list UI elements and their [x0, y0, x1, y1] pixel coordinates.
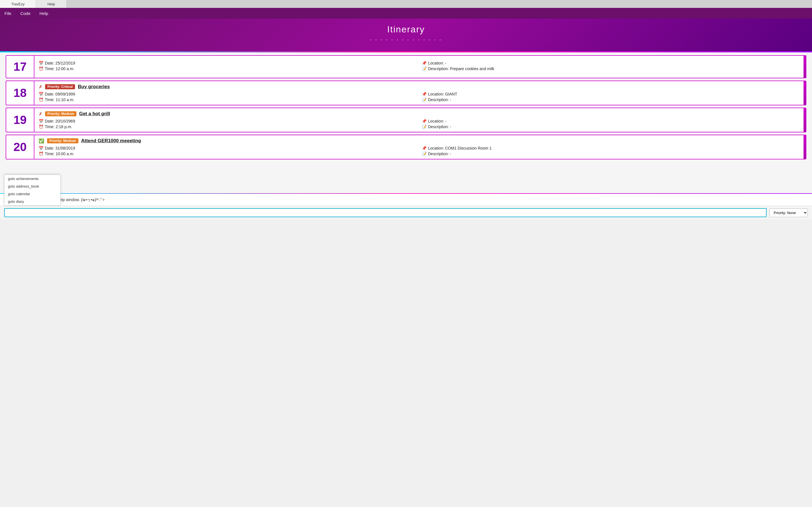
clock-icon-19: ⏰ [39, 124, 43, 129]
itinerary-item-20[interactable]: 20 ✅ Priority: Medium Attend GER1000 mee… [6, 135, 806, 159]
autocomplete-dropdown: goto achievements goto address_book goto… [4, 175, 61, 206]
item-location-19: 📌 Location: - [422, 119, 799, 123]
item-number-18: 18 [6, 81, 35, 105]
pin-icon-19: 📌 [422, 119, 426, 123]
item-content-19: ✗ Priority: Medium Get a hot grill 📅 Dat… [35, 108, 804, 132]
menu-help[interactable]: Help [38, 10, 50, 17]
item-title-20: Attend GER1000 meeeting [81, 138, 141, 144]
item-title-18: Buy groceries [78, 84, 110, 90]
priority-badge-20: Priority: Medium [47, 138, 79, 144]
memo-icon-20: 📝 [422, 152, 426, 156]
clock-icon-20: ⏰ [39, 152, 43, 156]
item-details-18: 📅 Date: 09/09/1999 📌 Location: GIANT ⏰ T… [39, 92, 799, 102]
pin-icon-17: 📌 [422, 61, 426, 65]
priority-select[interactable]: Priority: None Priority: Low Priority: M… [769, 209, 808, 217]
menu-code[interactable]: Code [18, 10, 32, 17]
item-details-20: 📅 Date: 31/08/2019 📌 Location: COM1 Disc… [39, 146, 799, 156]
autocomplete-item-0[interactable]: goto achievements [4, 175, 60, 182]
input-wrapper: goto achievements goto address_book goto… [0, 206, 812, 219]
itinerary-item-18[interactable]: 18 ✗ Priority: Critical Buy groceries 📅 … [6, 80, 806, 105]
item-time-20: ⏰ Time: 10:00 a.m. [39, 152, 416, 156]
menu-file[interactable]: File [3, 10, 13, 17]
incomplete-icon-19: ✗ [39, 111, 42, 117]
item-accent-18 [804, 81, 806, 105]
main-content: 17 📅 Date: 25/12/2019 📌 Location: - ⏰ Ti… [0, 52, 812, 193]
incomplete-icon-18: ✗ [39, 84, 42, 90]
item-details-19: 📅 Date: 20/10/2969 📌 Location: - ⏰ Time:… [39, 119, 799, 129]
item-number-19: 19 [6, 108, 35, 132]
status-bar: Currently viewing the itinerary help win… [0, 193, 812, 206]
item-date-20: 📅 Date: 31/08/2019 [39, 146, 416, 151]
item-content-18: ✗ Priority: Critical Buy groceries 📅 Dat… [35, 81, 804, 105]
item-content-20: ✅ Priority: Medium Attend GER1000 meeeti… [35, 135, 804, 159]
item-accent-17 [804, 56, 806, 78]
item-location-20: 📌 Location: COM1 Discussion Room 1 [422, 146, 799, 151]
item-title-row-20: ✅ Priority: Medium Attend GER1000 meeeti… [39, 138, 799, 144]
item-location-18: 📌 Location: GIANT [422, 92, 799, 96]
item-number-20: 20 [6, 135, 35, 159]
memo-icon-18: 📝 [422, 98, 426, 102]
item-title-row-19: ✗ Priority: Medium Get a hot grill [39, 111, 799, 117]
priority-badge-19: Priority: Medium [45, 111, 77, 116]
tab-help[interactable]: Help [36, 0, 66, 8]
item-title-row-18: ✗ Priority: Critical Buy groceries [39, 84, 799, 90]
calendar-icon-20: 📅 [39, 146, 43, 151]
memo-icon-17: 📝 [422, 66, 426, 71]
item-location-17: 📌 Location: - [422, 61, 799, 65]
calendar-icon-19: 📅 [39, 119, 43, 123]
pin-icon-20: 📌 [422, 146, 426, 151]
item-accent-20 [804, 135, 806, 159]
pin-icon-18: 📌 [422, 92, 426, 96]
autocomplete-item-1[interactable]: goto address_book [4, 182, 60, 190]
item-date-18: 📅 Date: 09/09/1999 [39, 92, 416, 96]
item-details-17: 📅 Date: 25/12/2019 📌 Location: - ⏰ Time:… [39, 61, 799, 71]
header-divider: - - - - - - - - - - - - - - [0, 37, 812, 43]
tab-travezy[interactable]: TravEzy [0, 0, 36, 8]
item-time-19: ⏰ Time: 2:18 p.m. [39, 124, 416, 129]
calendar-icon-18: 📅 [39, 92, 43, 96]
item-number-17: 17 [6, 56, 35, 78]
item-accent-19 [804, 108, 806, 132]
itinerary-item-19[interactable]: 19 ✗ Priority: Medium Get a hot grill 📅 … [6, 108, 806, 132]
input-area: Priority: None Priority: Low Priority: M… [0, 206, 812, 219]
itinerary-item-17[interactable]: 17 📅 Date: 25/12/2019 📌 Location: - ⏰ Ti… [6, 55, 806, 78]
page-title: Itinerary [0, 24, 812, 35]
priority-badge-18: Priority: Critical [45, 84, 75, 89]
item-title-19: Get a hot grill [79, 111, 110, 117]
command-input[interactable] [4, 208, 767, 217]
item-time-18: ⏰ Time: 11:10 a.m. [39, 98, 416, 102]
item-description-18: 📝 Description: - [422, 98, 799, 102]
item-description-19: 📝 Description: - [422, 124, 799, 129]
item-time-17: ⏰ Time: 12:00 a.m. [39, 66, 416, 71]
item-description-20: 📝 Description: - [422, 152, 799, 156]
calendar-icon-17: 📅 [39, 61, 43, 65]
item-description-17: 📝 Description: Prepare cookies and milk [422, 66, 799, 71]
clock-icon-17: ⏰ [39, 66, 43, 71]
item-content-17: 📅 Date: 25/12/2019 📌 Location: - ⏰ Time:… [35, 56, 804, 78]
item-date-17: 📅 Date: 25/12/2019 [39, 61, 416, 65]
autocomplete-item-2[interactable]: goto calendar [4, 190, 60, 198]
memo-icon-19: 📝 [422, 124, 426, 129]
window-tabs: TravEzy Help [0, 0, 812, 8]
clock-icon-18: ⏰ [39, 98, 43, 102]
item-date-19: 📅 Date: 20/10/2969 [39, 119, 416, 123]
menu-bar: File Code Help [0, 8, 812, 18]
complete-icon-20: ✅ [39, 138, 44, 144]
autocomplete-item-3[interactable]: goto diary [4, 198, 60, 205]
app-header: Itinerary - - - - - - - - - - - - - - [0, 18, 812, 52]
